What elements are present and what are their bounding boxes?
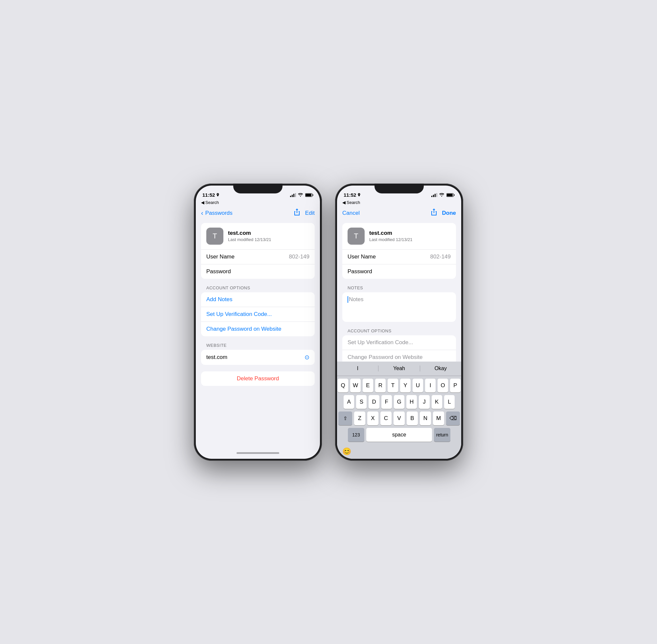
username-label-1: User Name bbox=[206, 254, 234, 260]
key-s[interactable]: S bbox=[356, 395, 367, 409]
key-o[interactable]: O bbox=[437, 378, 448, 392]
key-u[interactable]: U bbox=[413, 378, 423, 392]
key-l[interactable]: L bbox=[444, 395, 455, 409]
autocomplete-i[interactable]: I bbox=[337, 366, 379, 371]
delete-key[interactable]: ⌫ bbox=[446, 412, 460, 425]
password-row-1[interactable]: Password bbox=[201, 264, 315, 279]
key-i[interactable]: I bbox=[425, 378, 436, 392]
done-button-2[interactable]: Done bbox=[442, 210, 456, 216]
kb-row-2: A S D F G H J K L bbox=[338, 395, 460, 409]
key-f[interactable]: F bbox=[381, 395, 392, 409]
autocomplete-yeah[interactable]: Yeah bbox=[379, 366, 420, 371]
edit-button-1[interactable]: Edit bbox=[305, 210, 315, 216]
emoji-bar-2: 😊 bbox=[337, 444, 461, 459]
key-n[interactable]: N bbox=[420, 412, 431, 425]
key-h[interactable]: H bbox=[406, 395, 417, 409]
screen-2: 11:52 bbox=[337, 186, 461, 459]
status-icons-2 bbox=[431, 193, 455, 197]
key-x[interactable]: X bbox=[367, 412, 379, 425]
battery-icon-1 bbox=[305, 193, 313, 197]
account-options-card-2: Set Up Verification Code... Change Passw… bbox=[342, 335, 456, 362]
entry-card-1: T test.com Last modified 12/13/21 User N… bbox=[201, 223, 315, 279]
home-bar-1 bbox=[236, 452, 279, 454]
delete-row-1[interactable]: Delete Password bbox=[201, 371, 315, 386]
notes-input-2[interactable]: Notes bbox=[342, 292, 456, 322]
website-section-1: WEBSITE ⊙ bbox=[201, 343, 315, 365]
account-options-label-2: ACCOUNT OPTIONS bbox=[342, 328, 456, 333]
content-1: T test.com Last modified 12/13/21 User N… bbox=[196, 220, 320, 447]
key-g[interactable]: G bbox=[394, 395, 404, 409]
website-label-1: WEBSITE bbox=[201, 343, 315, 348]
emoji-button[interactable]: 😊 bbox=[342, 447, 351, 456]
share-icon-2 bbox=[431, 209, 437, 216]
account-options-section-1: ACCOUNT OPTIONS Add Notes Set Up Verific… bbox=[201, 285, 315, 336]
location-icon-2 bbox=[357, 193, 361, 197]
autocomplete-okay[interactable]: Okay bbox=[420, 366, 461, 371]
shift-key[interactable]: ⇧ bbox=[338, 412, 352, 425]
key-w[interactable]: W bbox=[350, 378, 361, 392]
verification-row-2[interactable]: Set Up Verification Code... bbox=[342, 335, 456, 350]
svg-rect-1 bbox=[292, 195, 293, 197]
change-password-text-2: Change Password on Website bbox=[347, 354, 423, 361]
key-d[interactable]: D bbox=[368, 395, 379, 409]
notes-section-label-2: NOTES bbox=[342, 285, 456, 290]
location-icon-1 bbox=[216, 193, 220, 197]
add-notes-row-1[interactable]: Add Notes bbox=[201, 292, 315, 307]
key-m[interactable]: M bbox=[433, 412, 444, 425]
back-button-1[interactable]: ‹ Passwords bbox=[201, 209, 232, 217]
username-row-2[interactable]: User Name 802-149 bbox=[342, 249, 456, 264]
change-password-row-2[interactable]: Change Password on Website bbox=[342, 350, 456, 362]
key-r[interactable]: R bbox=[375, 378, 386, 392]
verification-link-1: Set Up Verification Code... bbox=[206, 311, 272, 318]
key-p[interactable]: P bbox=[450, 378, 460, 392]
safari-icon-1: ⊙ bbox=[304, 354, 310, 361]
username-row-1[interactable]: User Name 802-149 bbox=[201, 249, 315, 264]
key-y[interactable]: Y bbox=[400, 378, 411, 392]
key-v[interactable]: V bbox=[393, 412, 405, 425]
search-label-2: ◀ Search bbox=[342, 200, 360, 205]
entry-header-2: T test.com Last modified 12/13/21 bbox=[342, 223, 456, 249]
keyboard-rows-2: Q W E R T Y U I O P A S D F G bbox=[337, 376, 461, 444]
change-password-link-1: Change Password on Website bbox=[206, 326, 281, 332]
nav-bar-2: Cancel Done bbox=[337, 206, 461, 220]
change-password-row-1[interactable]: Change Password on Website bbox=[201, 322, 315, 336]
key-k[interactable]: K bbox=[432, 395, 442, 409]
key-space[interactable]: space bbox=[366, 428, 432, 442]
entry-card-2: T test.com Last modified 12/13/21 User N… bbox=[342, 223, 456, 279]
screen-1: 11:52 bbox=[196, 186, 320, 459]
key-return[interactable]: return bbox=[434, 428, 450, 442]
account-options-section-2: ACCOUNT OPTIONS Set Up Verification Code… bbox=[342, 328, 456, 362]
entry-subtitle-1: Last modified 12/13/21 bbox=[228, 237, 271, 242]
status-icons-1 bbox=[290, 193, 313, 197]
cancel-button-2[interactable]: Cancel bbox=[342, 210, 360, 216]
key-e[interactable]: E bbox=[363, 378, 373, 392]
share-button-1[interactable] bbox=[294, 209, 300, 217]
add-notes-link-1: Add Notes bbox=[206, 296, 232, 303]
share-icon-1 bbox=[294, 209, 300, 216]
nav-actions-2: Done bbox=[431, 209, 456, 217]
key-123[interactable]: 123 bbox=[348, 428, 364, 442]
notch-1 bbox=[233, 184, 282, 193]
key-a[interactable]: A bbox=[344, 395, 354, 409]
kb-row-4: 123 space return bbox=[338, 428, 460, 442]
key-c[interactable]: C bbox=[380, 412, 391, 425]
verification-row-1[interactable]: Set Up Verification Code... bbox=[201, 307, 315, 322]
key-q[interactable]: Q bbox=[338, 378, 348, 392]
share-button-2[interactable] bbox=[431, 209, 437, 217]
kb-row-1: Q W E R T Y U I O P bbox=[338, 378, 460, 392]
signal-icon-2 bbox=[431, 193, 437, 197]
website-row-1[interactable]: ⊙ bbox=[201, 350, 315, 365]
cancel-label-2: Cancel bbox=[342, 210, 360, 216]
svg-rect-10 bbox=[436, 193, 437, 197]
wifi-icon-1 bbox=[298, 193, 303, 197]
key-b[interactable]: B bbox=[407, 412, 418, 425]
signal-icon-1 bbox=[290, 193, 296, 197]
entry-header-1: T test.com Last modified 12/13/21 bbox=[201, 223, 315, 249]
website-input-1[interactable] bbox=[206, 354, 304, 361]
delete-button-1: Delete Password bbox=[206, 375, 310, 382]
password-row-2[interactable]: Password bbox=[342, 264, 456, 279]
key-z[interactable]: Z bbox=[354, 412, 365, 425]
key-t[interactable]: T bbox=[388, 378, 398, 392]
content-2: T test.com Last modified 12/13/21 User N… bbox=[337, 220, 461, 362]
key-j[interactable]: J bbox=[419, 395, 429, 409]
